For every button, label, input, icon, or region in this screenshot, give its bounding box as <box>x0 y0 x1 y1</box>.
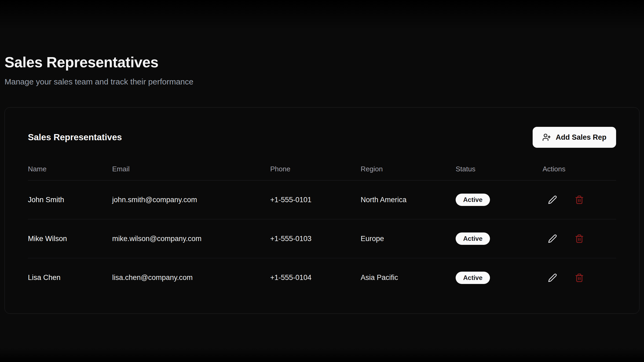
page: Sales Representatives Manage your sales … <box>0 0 644 314</box>
table-header-row: Name Email Phone Region Status Actions <box>28 165 616 180</box>
cell-actions <box>543 194 616 206</box>
table-row: Mike Wilson mike.wilson@company.com +1-5… <box>28 219 616 258</box>
cell-status: Active <box>456 232 543 245</box>
cell-email: john.smith@company.com <box>112 196 270 204</box>
cell-email: mike.wilson@company.com <box>112 235 270 243</box>
status-badge: Active <box>456 232 490 245</box>
cell-region: Europe <box>361 235 456 243</box>
pencil-icon <box>548 234 557 243</box>
sales-reps-card: Sales Representatives Add Sales Rep Name… <box>5 107 639 314</box>
trash-icon <box>575 273 584 282</box>
column-header-email: Email <box>112 165 270 173</box>
card-header: Sales Representatives Add Sales Rep <box>28 127 616 148</box>
column-header-region: Region <box>361 165 456 173</box>
pencil-icon <box>548 273 557 282</box>
cell-status: Active <box>456 272 543 284</box>
page-header: Sales Representatives Manage your sales … <box>5 0 639 86</box>
user-plus-icon <box>542 133 551 142</box>
table-row: Lisa Chen lisa.chen@company.com +1-555-0… <box>28 258 616 297</box>
add-sales-rep-label: Add Sales Rep <box>556 133 606 142</box>
cell-phone: +1-555-0104 <box>270 274 361 282</box>
column-header-status: Status <box>456 165 543 173</box>
column-header-actions: Actions <box>543 165 616 173</box>
delete-button[interactable] <box>573 194 586 206</box>
page-subtitle: Manage your sales team and track their p… <box>5 77 639 86</box>
trash-icon <box>575 195 584 204</box>
cell-phone: +1-555-0103 <box>270 235 361 243</box>
cell-name: Mike Wilson <box>28 235 112 243</box>
cell-region: North America <box>361 196 456 204</box>
status-badge: Active <box>456 194 490 206</box>
trash-icon <box>575 234 584 243</box>
page-title: Sales Representatives <box>5 54 639 71</box>
cell-phone: +1-555-0101 <box>270 196 361 204</box>
table-row: John Smith john.smith@company.com +1-555… <box>28 180 616 219</box>
cell-email: lisa.chen@company.com <box>112 274 270 282</box>
delete-button[interactable] <box>573 272 586 284</box>
cell-name: Lisa Chen <box>28 274 112 282</box>
cell-actions <box>543 232 616 245</box>
add-sales-rep-button[interactable]: Add Sales Rep <box>533 127 616 148</box>
column-header-name: Name <box>28 165 112 173</box>
cell-name: John Smith <box>28 196 112 204</box>
card-title: Sales Representatives <box>28 132 122 142</box>
edit-button[interactable] <box>546 272 559 284</box>
status-badge: Active <box>456 272 490 284</box>
cell-status: Active <box>456 194 543 206</box>
cell-region: Asia Pacific <box>361 274 456 282</box>
delete-button[interactable] <box>573 232 586 245</box>
column-header-phone: Phone <box>270 165 361 173</box>
edit-button[interactable] <box>546 194 559 206</box>
edit-button[interactable] <box>546 232 559 245</box>
cell-actions <box>543 272 616 284</box>
pencil-icon <box>548 195 557 204</box>
